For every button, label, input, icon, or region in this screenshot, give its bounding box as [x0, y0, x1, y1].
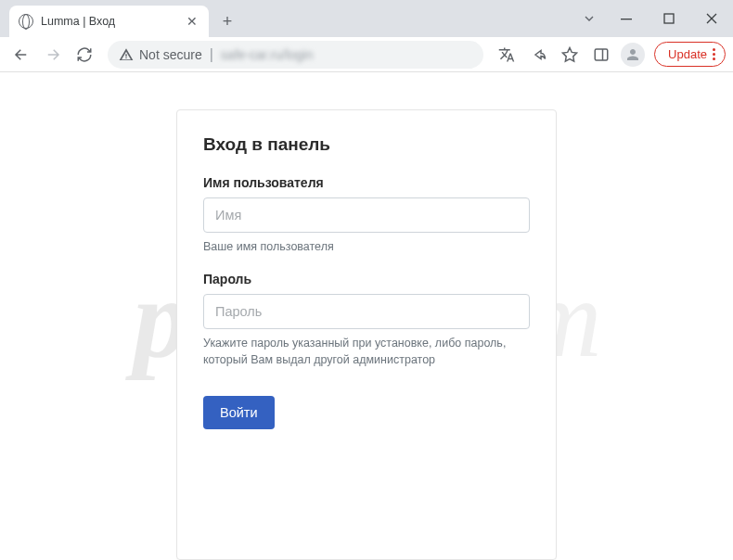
svg-rect-2 [595, 49, 608, 60]
password-group: Пароль Укажите пароль указанный при уста… [203, 272, 530, 368]
password-label: Пароль [203, 272, 530, 286]
translate-icon[interactable] [493, 41, 521, 69]
address-bar[interactable]: Not secure | safe-car.ru/login [108, 41, 483, 69]
tab-overflow-button[interactable] [573, 0, 605, 37]
reload-button[interactable] [71, 41, 98, 69]
page-content: pcrisk.com Вход в панель Имя пользовател… [0, 72, 733, 560]
window-minimize-button[interactable] [605, 0, 648, 37]
password-hint: Укажите пароль указанный при установке, … [203, 335, 530, 368]
password-input[interactable] [203, 294, 530, 329]
close-tab-button[interactable]: ✕ [185, 14, 199, 29]
back-button[interactable] [7, 41, 35, 69]
username-label: Имя пользователя [203, 175, 530, 190]
share-icon[interactable] [524, 41, 552, 69]
forward-button[interactable] [39, 41, 67, 69]
submit-button[interactable]: Войти [203, 396, 275, 429]
profile-avatar[interactable] [619, 41, 647, 69]
bookmark-star-icon[interactable] [556, 41, 584, 69]
update-button[interactable]: Update [654, 42, 726, 67]
address-url: safe-car.ru/login [221, 47, 314, 62]
side-panel-icon[interactable] [587, 41, 615, 69]
menu-dots-icon [713, 48, 715, 60]
username-input[interactable] [203, 197, 530, 233]
window-maximize-button[interactable] [648, 0, 690, 37]
svg-rect-0 [621, 19, 632, 19]
security-warning-text: Not secure [139, 47, 202, 62]
svg-rect-1 [664, 14, 674, 23]
update-label: Update [668, 47, 707, 61]
new-tab-button[interactable]: + [214, 8, 240, 34]
address-separator: | [210, 46, 213, 63]
browser-toolbar: Not secure | safe-car.ru/login Update [0, 37, 733, 72]
login-card: Вход в панель Имя пользователя Ваше имя … [176, 109, 557, 560]
security-warning: Not secure [119, 47, 202, 62]
browser-titlebar: Lumma | Вход ✕ + [0, 0, 733, 37]
warning-triangle-icon [119, 47, 134, 62]
window-close-button[interactable] [690, 0, 733, 37]
browser-tab[interactable]: Lumma | Вход ✕ [9, 6, 209, 37]
globe-icon [19, 14, 33, 29]
username-hint: Ваше имя пользователя [203, 238, 530, 255]
login-title: Вход в панель [203, 134, 530, 155]
username-group: Имя пользователя Ваше имя пользователя [203, 175, 530, 255]
tab-title: Lumma | Вход [41, 15, 177, 28]
